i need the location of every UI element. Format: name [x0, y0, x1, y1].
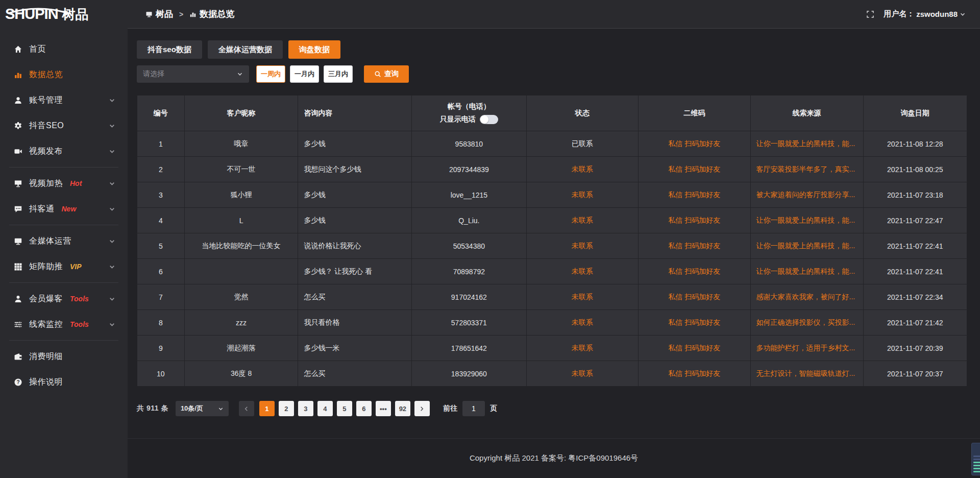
source-link[interactable]: 如何正确选择投影仪，买投影... [756, 318, 855, 326]
cell-nickname: 哦章 [184, 131, 298, 157]
cell-status: 未联系 [526, 157, 639, 182]
source-link[interactable]: 多功能护栏灯，适用于乡村文... [756, 344, 855, 352]
cell-qrcode: 私信 扫码加好友 [639, 208, 751, 233]
cell-qrcode: 私信 扫码加好友 [639, 182, 751, 208]
cell-content: 怎么买 [298, 284, 412, 310]
cell-id: 8 [137, 310, 185, 336]
qrcode-actions-link[interactable]: 私信 扫码加好友 [668, 216, 720, 224]
cell-nickname: zzz [184, 310, 298, 336]
pagination: 共 911 条 10条/页 123456•••92 前往 页 [137, 401, 967, 416]
svg-text:?: ? [16, 379, 19, 385]
next-page-button[interactable] [414, 401, 430, 416]
table-row: 9潮起潮落多少钱一米178651642未联系私信 扫码加好友多功能护栏灯，适用于… [137, 336, 967, 361]
page-number-button[interactable]: 6 [356, 401, 372, 416]
sidebar-item[interactable]: 数据总览 [0, 62, 128, 87]
search-button[interactable]: 查询 [364, 65, 409, 83]
goto-page-input[interactable] [462, 401, 485, 416]
cell-content: 多少钱 [298, 131, 412, 157]
source-link[interactable]: 感谢大家喜欢我家，被问了好... [756, 293, 855, 301]
breadcrumb-label: 数据总览 [200, 8, 234, 20]
sidebar-item[interactable]: 矩阵助推VIP [0, 254, 128, 279]
cell-account: 9583810 [412, 131, 526, 157]
qrcode-actions-link[interactable]: 私信 扫码加好友 [668, 139, 720, 148]
qrcode-actions-link[interactable]: 私信 扫码加好友 [668, 344, 720, 352]
tab-inquiry[interactable]: 询盘数据 [288, 40, 340, 59]
col-header-date: 询盘日期 [863, 95, 967, 131]
prev-page-button[interactable] [239, 401, 254, 416]
sidebar-item[interactable]: 首页 [0, 36, 128, 62]
source-link[interactable]: 客厅安装投影半年多了，真实... [756, 165, 855, 173]
sidebar-item[interactable]: 视频发布 [0, 138, 128, 164]
breadcrumb-item-home[interactable]: 树品 [145, 8, 173, 20]
chevron-down-icon [109, 206, 115, 212]
sidebar-item-label: 矩阵助推 [29, 261, 63, 272]
qrcode-actions-link[interactable]: 私信 扫码加好友 [668, 267, 720, 275]
page-number-button[interactable]: 5 [337, 401, 352, 416]
sidebar-item[interactable]: 消费明细 [0, 344, 128, 369]
sidebar-item[interactable]: 账号管理 [0, 87, 128, 113]
cell-status: 已联系 [526, 131, 639, 157]
qrcode-actions-link[interactable]: 私信 扫码加好友 [668, 293, 720, 301]
cell-content: 多少钱 [298, 208, 412, 233]
source-link[interactable]: 无主灯设计，智能磁吸轨道灯... [756, 369, 855, 377]
page-number-button[interactable]: 3 [298, 401, 313, 416]
tab-omnimedia[interactable]: 全媒体运营数据 [208, 40, 283, 59]
range-button[interactable]: 一月内 [290, 65, 319, 83]
sidebar-item[interactable]: 线索监控Tools [0, 312, 128, 337]
sidebar-item[interactable]: ?操作说明 [0, 369, 128, 395]
page-number-button[interactable]: 92 [395, 401, 410, 416]
sidebar-item[interactable]: 视频加热Hot [0, 171, 128, 196]
table-row: 2不可一世我想问这个多少钱2097344839未联系私信 扫码加好友客厅安装投影… [137, 157, 967, 182]
cell-source: 客厅安装投影半年多了，真实... [750, 157, 863, 182]
cell-qrcode: 私信 扫码加好友 [639, 259, 751, 284]
source-link[interactable]: 被大家追着问的客厅投影分享... [756, 190, 855, 199]
source-link[interactable]: 让你一眼就爱上的黑科技，能... [756, 216, 855, 224]
qrcode-actions-link[interactable]: 私信 扫码加好友 [668, 318, 720, 326]
range-button[interactable]: 三月内 [324, 65, 353, 83]
sidebar-divider [9, 225, 118, 225]
cell-source: 感谢大家喜欢我家，被问了好... [750, 284, 863, 310]
qrcode-actions-link[interactable]: 私信 扫码加好友 [668, 190, 720, 199]
qrcode-actions-link[interactable]: 私信 扫码加好友 [668, 369, 720, 377]
page-number-button[interactable]: 4 [317, 401, 333, 416]
cell-status: 未联系 [526, 233, 639, 259]
page-number-button[interactable]: 2 [279, 401, 294, 416]
user-menu[interactable]: 用户名： zswodun88 [884, 9, 966, 19]
breadcrumb-item-current[interactable]: 数据总览 [189, 8, 234, 20]
cell-content: 多少钱一米 [298, 336, 412, 361]
source-link[interactable]: 让你一眼就爱上的黑科技，能... [756, 267, 855, 275]
cell-status: 未联系 [526, 361, 639, 387]
qrcode-actions-link[interactable]: 私信 扫码加好友 [668, 242, 720, 250]
sidebar-divider [9, 282, 118, 283]
page-size-select[interactable]: 10条/页 [176, 401, 229, 416]
cell-source: 让你一眼就爱上的黑科技，能... [750, 208, 863, 233]
cell-date: 2021-11-07 22:47 [863, 208, 967, 233]
user-label: 用户名： [884, 9, 914, 19]
sidebar-item[interactable]: 全媒体运营 [0, 228, 128, 254]
source-link[interactable]: 让你一眼就爱上的黑科技，能... [756, 139, 855, 148]
cell-qrcode: 私信 扫码加好友 [639, 284, 751, 310]
chevron-down-icon [109, 296, 115, 302]
page-number-button[interactable]: 1 [259, 401, 275, 416]
filter-select[interactable]: 请选择 [137, 65, 249, 83]
sidebar-item-label: 全媒体运营 [29, 236, 71, 247]
app-logo: SHUPIN 树品 [0, 7, 128, 21]
sidebar-item[interactable]: 抖客通New [0, 196, 128, 222]
cell-qrcode: 私信 扫码加好友 [639, 310, 751, 336]
cell-nickname [184, 259, 298, 284]
page-ellipsis-button[interactable]: ••• [376, 401, 391, 416]
phone-only-toggle[interactable] [480, 115, 498, 124]
tab-douyin-seo[interactable]: 抖音seo数据 [137, 40, 202, 59]
cell-account: 70898792 [412, 259, 526, 284]
fullscreen-icon[interactable] [866, 10, 874, 18]
floating-widget[interactable] [971, 443, 980, 475]
question-icon: ? [14, 378, 22, 387]
sidebar-item[interactable]: 抖音SEO [0, 113, 128, 138]
range-button[interactable]: 一周内 [256, 65, 285, 83]
cell-qrcode: 私信 扫码加好友 [639, 233, 751, 259]
table-row: 4L多少钱Q_Liu.未联系私信 扫码加好友让你一眼就爱上的黑科技，能...20… [137, 208, 967, 233]
qrcode-actions-link[interactable]: 私信 扫码加好友 [668, 165, 720, 173]
source-link[interactable]: 让你一眼就爱上的黑科技，能... [756, 242, 855, 250]
sidebar-item[interactable]: 会员爆客Tools [0, 286, 128, 312]
sidebar-item-label: 数据总览 [29, 69, 63, 80]
